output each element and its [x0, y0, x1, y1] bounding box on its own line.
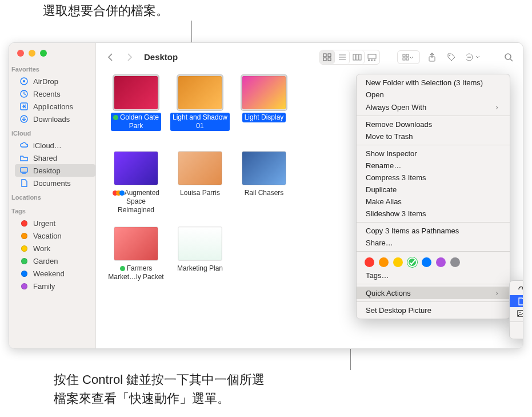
- window-controls: [9, 43, 95, 62]
- annotation-top: 選取想要合併的檔案。: [43, 2, 169, 19]
- sidebar-item-documents[interactable]: Documents: [15, 177, 95, 189]
- tag-color-dot[interactable]: [450, 257, 460, 267]
- menu-item[interactable]: Copy 3 Items as Pathnames: [357, 225, 510, 237]
- doc-icon: [517, 298, 523, 305]
- sidebar-item-weekend[interactable]: Weekend: [15, 267, 95, 280]
- view-icon[interactable]: [320, 50, 335, 64]
- tag-color-dot[interactable]: [393, 257, 403, 267]
- zoom-button[interactable]: [40, 50, 47, 57]
- menu-item[interactable]: Set Desktop Picture: [357, 304, 510, 316]
- file-item[interactable]: Light and Shadow01: [168, 76, 232, 149]
- file-thumbnail: [242, 76, 286, 110]
- menu-item-label: Slideshow 3 Items: [366, 209, 426, 218]
- menu-item[interactable]: Show Inspector: [357, 148, 510, 160]
- svg-rect-7: [323, 54, 326, 57]
- file-label: FarmersMarket…ly Packet: [106, 264, 166, 282]
- sidebar-header: iCloud: [9, 126, 95, 138]
- menu-item[interactable]: Slideshow 3 Items: [357, 208, 510, 220]
- context-menu: New Folder with Selection (3 Items)OpenA…: [356, 74, 510, 319]
- menu-item[interactable]: Share…: [357, 237, 510, 249]
- sidebar-item-shared[interactable]: Shared: [15, 152, 95, 164]
- download-icon: [19, 114, 29, 124]
- file-label: Golden GatePark: [111, 113, 161, 131]
- sidebar-item-family[interactable]: Family: [15, 280, 95, 292]
- file-item[interactable]: FarmersMarket…ly Packet: [104, 227, 168, 300]
- tag-icon: [19, 269, 29, 278]
- menu-item-label: Always Open With: [366, 103, 426, 112]
- file-label: Marketing Plan: [175, 264, 225, 273]
- tags-button[interactable]: [444, 50, 459, 64]
- submenu-item[interactable]: Customize…: [510, 324, 523, 336]
- sidebar-item-work[interactable]: Work: [15, 242, 95, 255]
- sidebar-item-label: Downloads: [33, 115, 70, 124]
- tag-icon: [19, 231, 29, 240]
- menu-separator: [357, 301, 510, 302]
- menu-item-label: Copy 3 Items as Pathnames: [366, 227, 459, 235]
- menu-item[interactable]: Duplicate: [357, 184, 510, 196]
- view-gallery[interactable]: [365, 50, 379, 64]
- menu-item[interactable]: Make Alias: [357, 196, 510, 208]
- share-button[interactable]: [425, 50, 439, 64]
- view-list[interactable]: [335, 50, 350, 64]
- sidebar-item-label: Vacation: [33, 232, 62, 240]
- svg-point-28: [467, 57, 469, 58]
- menu-item[interactable]: Quick Actions: [357, 287, 510, 299]
- annotation-top-line: [191, 21, 192, 42]
- menu-item-label: Make Alias: [366, 197, 402, 206]
- sidebar-header: Tags: [9, 204, 95, 216]
- forward-button[interactable]: [122, 50, 137, 64]
- file-thumbnail: [178, 76, 222, 110]
- tag-color-dot[interactable]: [436, 257, 446, 267]
- svg-point-26: [449, 55, 450, 56]
- file-item[interactable]: Marketing Plan: [168, 227, 232, 300]
- search-button[interactable]: [501, 50, 516, 64]
- submenu-item[interactable]: Create PDF: [510, 295, 523, 307]
- menu-item[interactable]: Tags…: [357, 269, 510, 281]
- file-thumbnail: [242, 151, 286, 185]
- svg-rect-20: [374, 59, 375, 61]
- sidebar-item-label: Urgent: [33, 219, 55, 228]
- sidebar-item-label: Recents: [33, 90, 61, 98]
- file-item[interactable]: Louisa Parris: [168, 151, 232, 224]
- sidebar-item-downloads[interactable]: Downloads: [15, 113, 95, 125]
- view-column[interactable]: [350, 50, 365, 64]
- menu-item-label: Show Inspector: [366, 149, 417, 158]
- tag-color-dot[interactable]: [407, 257, 417, 267]
- tag-color-dot[interactable]: [422, 257, 431, 267]
- main-area: Desktop Golden GateParkLight and Shadow0…: [96, 43, 523, 348]
- more-button[interactable]: [463, 50, 484, 64]
- menu-item[interactable]: Rename…: [357, 160, 510, 172]
- quick-actions-submenu: Rotate RightCreate PDFConvert ImageCusto…: [509, 280, 523, 339]
- minimize-button[interactable]: [29, 50, 35, 57]
- sidebar-item-applications[interactable]: Applications: [15, 100, 95, 113]
- menu-item-label: Compress 3 Items: [366, 173, 426, 182]
- sidebar-item-desktop[interactable]: Desktop: [15, 164, 95, 177]
- sidebar-item-garden[interactable]: Garden: [15, 255, 95, 267]
- svg-point-1: [23, 80, 25, 82]
- sidebar-item-urgent[interactable]: Urgent: [15, 217, 95, 229]
- svg-point-31: [505, 54, 511, 59]
- file-item[interactable]: Golden GatePark: [104, 76, 168, 149]
- submenu-item[interactable]: Convert Image: [510, 307, 523, 319]
- menu-item[interactable]: Always Open With: [357, 101, 510, 113]
- tag-icon: [19, 244, 29, 253]
- sidebar-item-vacation[interactable]: Vacation: [15, 229, 95, 242]
- tag-color-dot[interactable]: [379, 257, 389, 267]
- file-item[interactable]: Rail Chasers: [232, 151, 296, 224]
- close-button[interactable]: [17, 50, 24, 57]
- file-label: Light and Shadow01: [170, 113, 230, 131]
- menu-item[interactable]: New Folder with Selection (3 Items): [357, 77, 510, 89]
- menu-item[interactable]: Compress 3 Items: [357, 172, 510, 184]
- group-button[interactable]: [397, 50, 420, 64]
- menu-item[interactable]: Open: [357, 89, 510, 101]
- file-item[interactable]: Light Display: [232, 76, 296, 149]
- submenu-item[interactable]: Rotate Right: [510, 283, 523, 295]
- tag-color-dot[interactable]: [365, 257, 374, 267]
- back-button[interactable]: [103, 50, 118, 64]
- sidebar-item-recents[interactable]: Recents: [15, 88, 95, 100]
- menu-item[interactable]: Move to Trash: [357, 130, 510, 142]
- menu-item[interactable]: Remove Downloads: [357, 118, 510, 130]
- file-item[interactable]: AugmentedSpace Reimagined: [104, 151, 168, 224]
- sidebar-item-icloud-[interactable]: iCloud…: [15, 139, 95, 152]
- sidebar-item-airdrop[interactable]: AirDrop: [15, 75, 95, 88]
